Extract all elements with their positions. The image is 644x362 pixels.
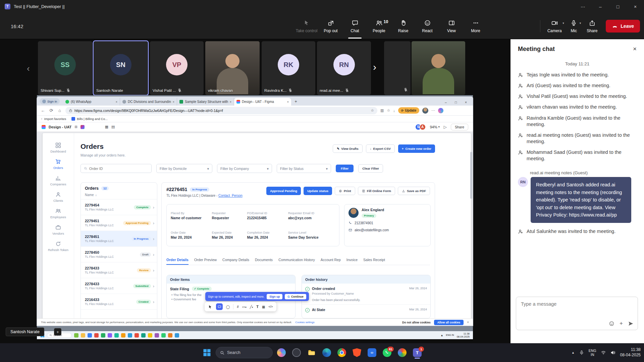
present-icon[interactable]: ▷: [444, 125, 447, 129]
view-drafts-button[interactable]: ✎View Drafts: [333, 144, 363, 153]
taskbar-app-icon[interactable]: [101, 333, 105, 338]
emoji-icon[interactable]: [609, 321, 614, 326]
taskbar-app-icon[interactable]: [155, 333, 159, 338]
share-button[interactable]: Share: [582, 13, 602, 39]
view-button[interactable]: View: [439, 13, 464, 39]
chat-button[interactable]: Chat: [343, 13, 367, 39]
name-column-header[interactable]: Name: [85, 193, 94, 197]
contact-person-link[interactable]: Contact_Person: [218, 194, 243, 197]
language-indicator[interactable]: ENG IN: [589, 349, 596, 357]
taskbar-app-icon[interactable]: [161, 333, 166, 338]
zoom-control[interactable]: 94%▾: [430, 125, 440, 129]
browser-minimize-button[interactable]: –: [441, 101, 451, 104]
taskbar-app-icon[interactable]: [94, 333, 99, 338]
order-list-row[interactable]: 2216433TL Flex Holdings LLC Created›: [81, 294, 157, 310]
chat-input[interactable]: [521, 301, 633, 307]
split-screen-icon[interactable]: ▥: [380, 108, 384, 113]
filter-company-select[interactable]: Filter by Company▾: [217, 164, 272, 173]
pop-out-button[interactable]: Pop out: [319, 13, 343, 39]
tray-expand-icon[interactable]: ▲: [441, 334, 443, 337]
tab-close-icon[interactable]: ×: [230, 100, 231, 104]
tab-close-icon[interactable]: ×: [287, 100, 289, 104]
favorites-icon[interactable]: ☆: [387, 108, 390, 113]
app-icon-blue[interactable]: ‹›: [366, 346, 378, 359]
favorite-star-icon[interactable]: ☆: [371, 108, 374, 113]
figma-pages-icon[interactable]: ▦: [105, 125, 108, 129]
volume-icon[interactable]: [610, 350, 616, 355]
address-bar[interactable]: https://www.figma.com/design/9BKQ0FOHRWa…: [65, 107, 377, 114]
tab-invoice[interactable]: Invoice: [346, 258, 358, 265]
downloads-icon[interactable]: ↓: [393, 109, 395, 113]
edge-icon[interactable]: [320, 346, 333, 359]
taskbar-app-icon[interactable]: [121, 333, 125, 338]
tray-expand-icon[interactable]: ▲: [572, 351, 575, 354]
sidebar-item-clients[interactable]: Clients: [53, 192, 63, 202]
file-explorer-icon[interactable]: [305, 346, 318, 359]
browser-tab[interactable]: (6) WhatsApp×: [63, 98, 120, 106]
canvas-scrollbar[interactable]: [470, 152, 472, 199]
add-tile-button[interactable]: +: [54, 328, 61, 336]
browser-profile-avatar[interactable]: [422, 108, 428, 114]
bookmark-item[interactable]: Bills | Billing and Co...: [71, 117, 108, 121]
shared-clock[interactable]: 11:38 08-04-2025: [457, 332, 470, 338]
taskbar-app-icon[interactable]: [108, 333, 112, 338]
taskbar-app-icon[interactable]: [74, 333, 78, 338]
copilot-icon[interactable]: [438, 108, 443, 113]
comment-tool-icon[interactable]: [216, 303, 223, 310]
contact-email[interactable]: alex@vstatefilings.com: [348, 228, 426, 232]
cookie-settings-link[interactable]: Cookies settings: [295, 321, 314, 324]
figma-layout-icon[interactable]: ⊞: [74, 125, 77, 129]
browser-update-button[interactable]: ⟳ Update: [398, 107, 419, 114]
tab-close-icon[interactable]: ×: [173, 100, 174, 104]
browser-menu-icon[interactable]: ⋯: [431, 108, 435, 113]
deny-cookies-button[interactable]: Do not allow cookies: [402, 321, 431, 324]
import-favorites-button[interactable]: ↑Import favorites: [41, 117, 66, 121]
close-icon[interactable]: ×: [467, 320, 469, 324]
export-csv-button[interactable]: ↓Export CSV: [366, 144, 395, 153]
taskbar-app-icon[interactable]: [135, 333, 139, 338]
tab-documents[interactable]: Documents: [255, 258, 273, 265]
filter-status-select[interactable]: Filter by Status▾: [277, 164, 331, 173]
taskbar-app-icon[interactable]: [114, 333, 119, 338]
take-control-button[interactable]: Take control: [294, 13, 319, 39]
browser-tab-active[interactable]: Design - UAT - Figma×: [234, 98, 291, 106]
back-icon[interactable]: ←: [40, 108, 46, 113]
browser-tab[interactable]: DC Divisions and Surroundings×: [120, 98, 177, 106]
order-list-row[interactable]: 2278433TL Flex Holdings LLC Review›: [81, 262, 157, 278]
taskbar-app-icon[interactable]: [148, 333, 152, 338]
whatsapp-icon[interactable]: 81: [381, 346, 393, 359]
participant-tile[interactable]: SS Shivani Sup...: [38, 41, 92, 95]
browser-tab[interactable]: Sample Salary Structure with cal:×: [177, 98, 234, 106]
tab-order-details[interactable]: Order Details: [166, 258, 189, 265]
tab-communication-history[interactable]: Communication History: [278, 258, 315, 265]
mic-tray-icon[interactable]: [579, 350, 584, 355]
fill-online-form-button[interactable]: Fill Online Form: [358, 187, 395, 195]
participant-tile[interactable]: [412, 41, 465, 95]
browser-close-button[interactable]: ×: [461, 101, 471, 104]
order-id-input[interactable]: [89, 167, 148, 171]
tab-close-icon[interactable]: ×: [116, 100, 117, 104]
apply-filter-button[interactable]: Filter: [336, 165, 354, 172]
section-tool-icon[interactable]: ▦: [262, 305, 265, 309]
strip-scroll-left-icon[interactable]: ‹: [27, 63, 30, 74]
window-more-button[interactable]: ⋯: [574, 0, 592, 13]
clear-filter-button[interactable]: Clear Filter: [358, 164, 383, 173]
browser-maximize-button[interactable]: □: [451, 101, 461, 104]
save-as-pdf-button[interactable]: Save as PDF: [398, 187, 430, 195]
connector-tool-icon[interactable]: ╱▾: [250, 305, 253, 309]
participant-tile[interactable]: RK Ravindra K...: [262, 41, 315, 95]
shape-tool-icon[interactable]: ▭▾: [242, 305, 247, 309]
tab-company-details[interactable]: Company Details: [222, 258, 249, 265]
chrome-icon[interactable]: [335, 346, 348, 359]
update-status-button[interactable]: Update status: [304, 187, 332, 195]
send-icon[interactable]: [628, 321, 634, 326]
taskbar-search-box[interactable]: Search: [216, 347, 273, 358]
window-maximize-button[interactable]: □: [609, 0, 627, 13]
brave-icon[interactable]: [351, 346, 363, 359]
order-list-row[interactable]: 2278433TL Flex Holdings LLC Submitted›: [81, 278, 157, 294]
tab-sales-receipt[interactable]: Sales Receipt: [363, 258, 385, 265]
create-order-button[interactable]: +Create new order: [398, 144, 435, 153]
sidebar-item-dashboard[interactable]: Dashboard: [50, 142, 66, 153]
filter-domicile-select[interactable]: Filter by Domicile▾: [156, 164, 212, 173]
raise-hand-button[interactable]: Raise: [391, 13, 415, 39]
